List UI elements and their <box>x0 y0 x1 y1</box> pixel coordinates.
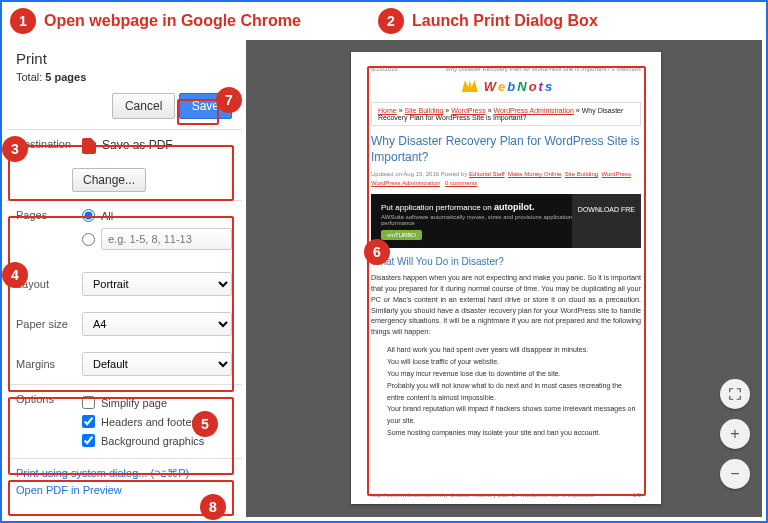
crown-icon <box>462 80 478 92</box>
callout-num-8: 8 <box>200 494 226 520</box>
margins-label: Margins <box>16 358 82 370</box>
page-preview: 8/15/2016Why Disaster Recovery Plan for … <box>351 52 661 504</box>
change-button[interactable]: Change... <box>72 168 146 192</box>
zoom-out-button[interactable]: − <box>720 459 750 489</box>
callout-num-1: 1 <box>10 8 36 34</box>
fit-button[interactable] <box>720 379 750 409</box>
callout-num-6: 6 <box>364 239 390 265</box>
bg-checkbox[interactable] <box>82 434 95 447</box>
callout-label-1: Open webpage in Google Chrome <box>44 12 301 30</box>
callout-label-2: Launch Print Dialog Box <box>412 12 598 30</box>
callout-num-5: 5 <box>192 411 218 437</box>
body-paragraph: Disasters happen when you are not expect… <box>371 273 641 338</box>
callout-num-3: 3 <box>2 136 28 162</box>
print-title: Print <box>6 40 242 71</box>
pdf-icon <box>82 138 96 154</box>
site-logo: WebNots <box>371 78 641 94</box>
headers-checkbox[interactable] <box>82 415 95 428</box>
simplify-checkbox[interactable] <box>82 396 95 409</box>
destination-value: Save as PDF <box>82 138 232 154</box>
fit-icon <box>728 387 742 401</box>
pages-range-input[interactable] <box>101 228 232 250</box>
print-panel: Print Total: 5 pages Cancel Save Destina… <box>6 40 242 520</box>
layout-select[interactable]: Portrait <box>82 272 232 296</box>
zoom-in-button[interactable]: + <box>720 419 750 449</box>
pages-label: Pages <box>16 209 82 221</box>
pages-range-radio[interactable] <box>82 233 95 246</box>
callout-2: 2 Launch Print Dialog Box <box>378 8 598 34</box>
system-dialog-link[interactable]: Print using system dialog... (⌥⌘P) <box>16 465 232 482</box>
ad-banner[interactable]: Put application performance on autopilot… <box>371 194 641 248</box>
callout-1: 1 Open webpage in Google Chrome <box>10 8 301 34</box>
callout-num-7: 7 <box>216 87 242 113</box>
breadcrumb: Home » Site Building » WordPress » WordP… <box>371 102 641 126</box>
zoom-controls: + − <box>720 379 750 489</box>
margins-select[interactable]: Default <box>82 352 232 376</box>
callout-num-2: 2 <box>378 8 404 34</box>
article-title: Why Disaster Recovery Plan for WordPress… <box>371 134 641 165</box>
bullet-list: All hard work you had spent over years w… <box>371 344 641 439</box>
options-label: Options <box>16 393 82 405</box>
open-preview-link[interactable]: Open PDF in Preview <box>16 482 232 498</box>
paper-label: Paper size <box>16 318 82 330</box>
article-meta: Updated on Aug 15, 2016 Posted by Editor… <box>371 171 641 177</box>
print-total: Total: 5 pages <box>6 71 242 93</box>
pages-all-radio[interactable] <box>82 209 95 222</box>
cancel-button[interactable]: Cancel <box>112 93 175 119</box>
paper-select[interactable]: A4 <box>82 312 232 336</box>
callout-num-4: 4 <box>2 262 28 288</box>
preview-area: 8/15/2016Why Disaster Recovery Plan for … <box>246 40 762 517</box>
section-heading: What Will You Do in Disaster? <box>371 256 641 267</box>
